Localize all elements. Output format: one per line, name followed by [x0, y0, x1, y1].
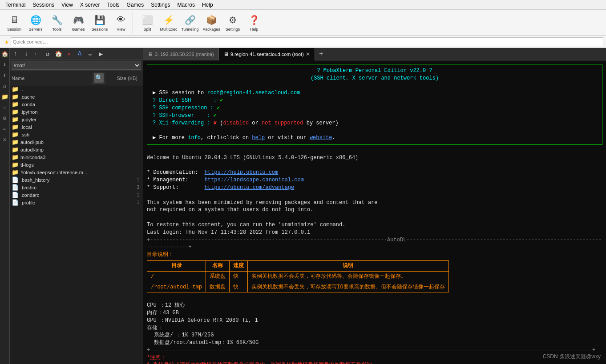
help-dot: .	[332, 135, 335, 141]
file-count: 1	[137, 177, 141, 182]
folder-icon: 📁	[12, 161, 19, 168]
nav-star-icon[interactable]: ☆	[0, 103, 9, 112]
toolbar-packages-btn[interactable]: 📦 Packages	[202, 12, 221, 33]
toolbar-servers-btn[interactable]: 🌐 Servers	[26, 12, 45, 33]
help-link[interactable]: help	[252, 135, 265, 141]
list-item[interactable]: 📄.profile1	[10, 199, 143, 206]
menu-games[interactable]: Games	[123, 1, 148, 9]
toolbar-settings-label: Settings	[226, 27, 240, 32]
banner-line1: ? MobaXterm Personal Edition v22.0 ?	[317, 68, 432, 74]
list-item[interactable]: 📁..	[10, 85, 143, 93]
list-item[interactable]: 📁autodl-tmp	[10, 146, 143, 153]
autodl-separator2: +---------------------------------------…	[147, 347, 602, 354]
mgmt-link[interactable]: https://landscape.canonical.com	[205, 177, 304, 183]
sidebar-search-btn[interactable]: 🔍	[94, 73, 104, 83]
folder-icon: 📁	[12, 139, 19, 145]
list-item[interactable]: 📁.cache	[10, 93, 143, 100]
toolbar-settings-btn[interactable]: ⚙ Settings	[223, 12, 242, 33]
nav-settings2-icon[interactable]: ⚙	[0, 114, 9, 123]
menu-help[interactable]: Help	[198, 1, 217, 9]
folder-icon: 📁	[12, 124, 19, 130]
nav-home-icon[interactable]: 🏠	[0, 50, 9, 59]
toolbar-packages-label: Packages	[202, 27, 220, 32]
notice-title: *注意：	[147, 354, 602, 362]
storage-title: 存储：	[147, 324, 602, 332]
toolbar-group-split: ⬜ Split ⚡ MultiExec 🔗 Tunneling 📦 Packag…	[136, 12, 266, 34]
star-button[interactable]: ★	[3, 37, 11, 46]
table-cell: 实例关机数据不会丢失，可存放读写IO要求高的数据。但不会随保存镜像一起保存	[248, 282, 448, 292]
sidebar-up-icon[interactable]: ↑	[11, 49, 20, 59]
tab-seetacloud[interactable]: 🖥 9.region-41.seetacloud.com (root) ✕	[219, 48, 315, 60]
sidebar-cmd-icon[interactable]: ▶	[96, 49, 106, 59]
sidebar-edit2-icon[interactable]: ✏	[85, 49, 95, 59]
menu-xserver[interactable]: X server	[77, 1, 104, 9]
sidebar-path-bar: /root/	[10, 60, 143, 71]
doc-link[interactable]: https://help.ubuntu.com	[205, 169, 279, 176]
sidebar-path-select[interactable]: /root/	[12, 61, 141, 70]
quickconnect-input[interactable]	[11, 37, 603, 46]
sidebar-text-icon[interactable]: A	[75, 49, 85, 59]
list-item[interactable]: 📁.local	[10, 123, 143, 131]
toolbar-help-label: Help	[250, 27, 259, 32]
memory-info: 内存：43 GB	[147, 309, 602, 317]
website-link[interactable]: website	[310, 135, 332, 141]
menu-settings[interactable]: Settings	[147, 1, 174, 9]
sidebar-x-icon[interactable]: ✕	[64, 49, 74, 59]
toolbar-help-btn[interactable]: ❓ Help	[244, 12, 264, 33]
list-item[interactable]: 📁Yolov5-deepsort-inference-m...	[10, 168, 143, 176]
nav-bookmark-icon[interactable]: 📁	[0, 92, 9, 101]
list-item[interactable]: 📁.conda	[10, 100, 143, 108]
menu-view[interactable]: View	[58, 1, 77, 9]
folder-icon: 📁	[12, 116, 19, 123]
toolbar-games-btn[interactable]: 🎮 Games	[69, 12, 88, 33]
list-item[interactable]: 📁.ssh	[10, 131, 143, 138]
file-name: .conda	[20, 102, 139, 107]
servers-icon: 🌐	[29, 14, 42, 26]
toolbar-view-btn[interactable]: 👁 View	[111, 12, 131, 33]
list-item[interactable]: 📁.jupyter	[10, 116, 143, 123]
menu-sessions[interactable]: Sessions	[29, 1, 58, 9]
file-name: Yolov5-deepsort-inference-m...	[20, 170, 139, 175]
list-item[interactable]: 📁.ipython	[10, 108, 143, 116]
toolbar-sessions-label: Sessions	[92, 27, 108, 32]
storage-data: 数据盘/root/autodl-tmp：1% 68K/50G	[147, 339, 602, 347]
file-icon-doc: 📄	[12, 184, 19, 191]
list-item[interactable]: 📁tf-logs	[10, 161, 143, 168]
file-name: ..	[20, 87, 139, 92]
menu-terminal[interactable]: Terminal	[2, 1, 29, 9]
sidebar-refresh2-icon[interactable]: ↺	[43, 49, 53, 59]
sidebar-left-icon[interactable]: ←	[32, 49, 42, 59]
table-cell: 快	[230, 282, 248, 292]
list-item[interactable]: 📄.condarc1	[10, 191, 143, 199]
tab-add-btn[interactable]: +	[315, 48, 327, 60]
list-item[interactable]: 📁autodl-pub	[10, 138, 143, 146]
toolbar-multiexec-btn[interactable]: ⚡ MultiExec	[159, 12, 178, 33]
toolbar-session-btn[interactable]: 🖥 Session	[4, 12, 24, 33]
list-item[interactable]: 📄.bash_history1	[10, 176, 143, 184]
folder-icon: 📁	[12, 108, 19, 115]
table-cell: 系统盘	[206, 271, 230, 282]
list-item[interactable]: 📁miniconda3	[10, 153, 143, 161]
sidebar-down-icon[interactable]: ↓	[21, 49, 31, 59]
toolbar-tools-btn[interactable]: 🔧 Tools	[47, 12, 67, 33]
terminal-content[interactable]: ? MobaXterm Personal Edition v22.0 ? (SS…	[143, 60, 606, 364]
toolbar-servers-label: Servers	[28, 27, 42, 32]
list-item[interactable]: 📄.bashrc3	[10, 184, 143, 191]
nav-upload-icon[interactable]: ⬆	[0, 71, 9, 80]
nav-edit-icon[interactable]: ✏	[0, 124, 9, 133]
sidebar-home-icon[interactable]: 🏠	[53, 49, 63, 59]
toolbar-split-btn[interactable]: ⬜ Split	[137, 12, 157, 33]
x11-byserver: by server)	[303, 120, 339, 126]
toolbar-tunneling-btn[interactable]: 🔗 Tunneling	[180, 12, 200, 33]
menu-macros[interactable]: Macros	[174, 1, 198, 9]
nav-download-icon[interactable]: ⬇	[0, 60, 9, 69]
sup-link[interactable]: https://ubuntu.com/advantage	[205, 184, 295, 191]
packages-icon: 📦	[205, 14, 218, 26]
tab-close-btn[interactable]: ✕	[306, 51, 310, 57]
nav-close-icon[interactable]: ✕	[0, 135, 9, 144]
file-name: .bashrc	[20, 185, 137, 190]
menu-tools[interactable]: Tools	[104, 1, 123, 9]
nav-refresh-icon[interactable]: ↺	[0, 82, 9, 91]
toolbar-sessions-btn[interactable]: 💾 Sessions	[90, 12, 109, 33]
tab-manba[interactable]: 🖥 3. 192.168.50.236 (manba)	[143, 48, 219, 60]
